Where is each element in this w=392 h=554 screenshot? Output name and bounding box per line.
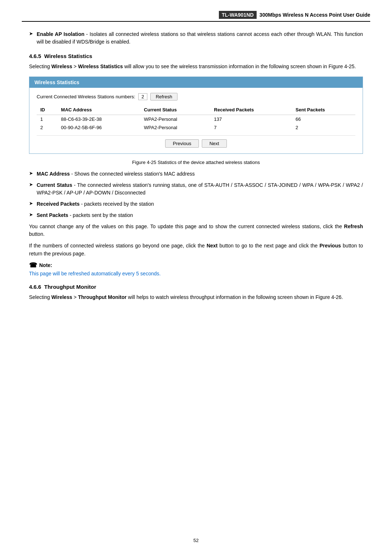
cell-received: 7 [211,123,292,132]
table-row: 2 00-90-A2-5B-6F-96 WPA2-Personal 7 2 [37,123,355,132]
previous-button[interactable]: Previous [165,139,199,148]
stats-box-body: Current Connected Wireless Stations numb… [29,88,363,153]
note-label: ☎ Note: [29,261,363,269]
cell-sent: 2 [292,123,355,132]
bullet-arrow-icon: ➤ [29,31,33,36]
stations-count: 2 [138,93,147,100]
cell-sent: 66 [292,115,355,123]
page-title: 300Mbps Wireless N Access Point User Gui… [260,12,370,18]
bullet-arrow-mac: ➤ [29,171,33,176]
ap-isolation-text: Enable AP Isolation - Isolates all conne… [37,30,363,46]
section-465-number: 4.6.5 [29,53,41,59]
section-466-title: Throughput Monitor [44,284,96,290]
bullet-mac-address: ➤ MAC Address - Shows the connected wire… [29,170,363,178]
cell-mac: 88-C6-63-39-2E-38 [57,115,140,123]
col-status: Current Status [140,106,211,115]
figure-caption: Figure 4-25 Statistics of the device att… [29,160,363,165]
cell-mac: 00-90-A2-5B-6F-96 [57,123,140,132]
note-icon: ☎ [29,261,37,269]
col-received: Received Packets [211,106,292,115]
nav-buttons-row: Previous Next [37,135,355,150]
section-465-heading: 4.6.5 Wireless Statistics [29,53,363,59]
page-header: TL-WA901ND 300Mbps Wireless N Access Poi… [22,11,370,22]
cell-received: 137 [211,115,292,123]
col-id: ID [37,106,57,115]
sent-packets-text: Sent Packets - packets sent by the stati… [37,212,133,219]
section-466-heading: 4.6.6 Throughput Monitor [29,284,363,290]
page-number: 52 [0,538,392,543]
para-refresh: You cannot change any of the values on t… [29,223,363,238]
bullet-ap-isolation: ➤ Enable AP Isolation - Isolates all con… [29,30,363,46]
bullet-arrow-status: ➤ [29,182,33,187]
received-packets-text: Received Packets - packets received by t… [37,200,154,208]
note-label-text: Note: [39,262,52,268]
bullet-current-status: ➤ Current Status - The connected wireles… [29,181,363,197]
stations-table: ID MAC Address Current Status Received P… [37,106,355,132]
para-navigation: If the numbers of connected wireless sta… [29,242,363,258]
col-mac: MAC Address [57,106,140,115]
cell-id: 1 [37,115,57,123]
wireless-statistics-box: Wireless Statistics Current Connected Wi… [29,77,363,154]
bullet-received-packets: ➤ Received Packets - packets received by… [29,200,363,208]
section-465-intro: Selecting Wireless > Wireless Statistics… [29,63,363,71]
col-sent: Sent Packets [292,106,355,115]
stations-label: Current Connected Wireless Stations numb… [37,94,135,99]
table-row: 1 88-C6-63-39-2E-38 WPA2-Personal 137 66 [37,115,355,123]
section-466-intro: Selecting Wireless > Throughput Monitor … [29,294,363,301]
bullet-sent-packets: ➤ Sent Packets - packets sent by the sta… [29,212,363,219]
mac-address-text: MAC Address - Shows the connected wirele… [37,170,195,178]
refresh-button[interactable]: Refresh [150,93,178,100]
note-text: This page will be refreshed automaticall… [29,271,363,276]
cell-status: WPA2-Personal [140,123,211,132]
model-label: TL-WA901ND [219,11,257,19]
table-header-row: ID MAC Address Current Status Received P… [37,106,355,115]
current-status-text: Current Status - The connected wireless … [37,181,363,197]
section-466-number: 4.6.6 [29,284,41,290]
next-button[interactable]: Next [202,139,227,148]
section-465-title: Wireless Statistics [44,53,92,59]
bullet-arrow-received: ➤ [29,201,33,206]
cell-id: 2 [37,123,57,132]
stats-info-row: Current Connected Wireless Stations numb… [37,93,355,100]
stats-box-header: Wireless Statistics [29,77,363,88]
bullet-arrow-sent: ➤ [29,212,33,217]
cell-status: WPA2-Personal [140,115,211,123]
